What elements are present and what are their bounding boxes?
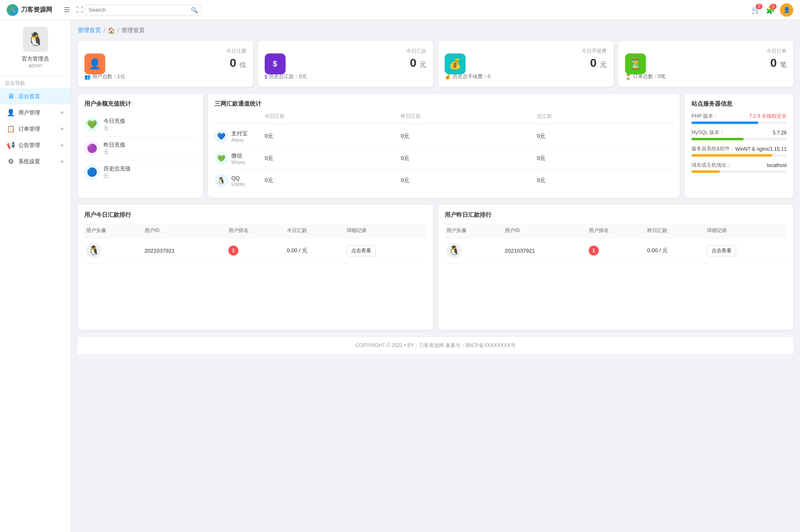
table-row: 🐧 2021037921 1 0.00 / 元 点击查看	[445, 238, 787, 263]
nav-section-label: 后台导航	[0, 76, 71, 89]
user-role: admin	[28, 63, 42, 68]
wechat-icon: 💚	[215, 152, 228, 165]
row-userid-yesterday: 2021037921	[503, 238, 587, 263]
recharge-history-icon: 🔵	[84, 165, 99, 180]
today-ranking-card: 用户今日汇款排行 用户头像 用户ID 用户排名 今日汇款 详细记录	[78, 205, 433, 330]
sidebar-user-area: 🐧 官方管理员 admin	[0, 20, 71, 76]
recharge-today-icon: 💚	[84, 117, 99, 132]
recharge-yesterday-icon: 🟣	[84, 141, 99, 156]
stat-footer-register: 👥 用户总数：1位	[84, 73, 246, 80]
alipay-icon: 💙	[215, 129, 228, 143]
today-ranking-title: 用户今日汇款排行	[84, 211, 426, 219]
fullscreen-button[interactable]: ⛶	[75, 5, 85, 15]
footer: COPYRIGHT © 2021 • BY：刀客资源网 备案号：陕ICP备XXX…	[78, 337, 793, 354]
remittance-footer-icon: $	[265, 74, 268, 80]
register-footer-icon: 👥	[84, 74, 91, 80]
fee-icon: 💰	[445, 53, 466, 74]
col-avatar-yesterday: 用户头像	[445, 224, 503, 238]
stat-value-fee: 0 元	[445, 56, 607, 70]
channel-row-wechat: 💚 微信 Wxpay 0元 0元 0元	[215, 147, 673, 170]
user-name: 官方管理员	[22, 55, 49, 63]
col-detail-yesterday: 详细记录	[705, 224, 787, 238]
sidebar-item-users[interactable]: 👤 用户管理 +	[0, 104, 71, 121]
announcements-icon: 📢	[7, 141, 15, 149]
server-os: 服务器系统&软件： WinNT & nginx/1.15.11	[691, 145, 787, 157]
register-icon: 👤	[84, 53, 105, 74]
col-userid-today: 用户ID	[143, 224, 227, 238]
stat-card-remittance: 今日汇款 0 元 $ $ 历史总汇款：0元	[258, 41, 433, 87]
server-info-card: 站点服务器信息 PHP 版本： 7.2.9 非线程安全	[685, 94, 793, 198]
puzzle-button[interactable]: 🧩 0	[766, 5, 775, 15]
fee-footer-icon: 💰	[445, 74, 451, 80]
col-avatar-today: 用户头像	[84, 224, 143, 238]
remittance-icon: $	[265, 53, 286, 74]
stat-label-register: 今日注册	[84, 48, 246, 55]
user-avatar: 🐧	[23, 27, 48, 52]
stat-footer-orders: ⏳ 订单总数：0笔	[625, 73, 787, 80]
orders-stat-icon: ⏳	[625, 53, 646, 74]
stat-label-orders: 今日订单	[625, 48, 787, 55]
puzzle-badge: 0	[770, 4, 777, 9]
users-icon: 👤	[7, 109, 15, 117]
sidebar-item-orders[interactable]: 📋 订单管理 +	[0, 121, 71, 137]
recharge-item-yesterday: 🟣 昨日充值 元	[84, 137, 196, 160]
breadcrumb-home-text[interactable]: 管理首页	[78, 27, 101, 34]
server-domain: 域名或主机地址： localhost	[691, 162, 787, 173]
search-icon: 🔍	[191, 7, 198, 13]
stat-card-register: 今日注册 0 位 👤 👥 用户总数：1位	[78, 41, 253, 87]
orders-footer-icon: ⏳	[625, 74, 631, 80]
orders-expand-icon: +	[60, 125, 64, 133]
row-amount-yesterday: 0.00 / 元	[646, 238, 705, 263]
stat-card-fee: 今日手续费 0 元 💰 💰 历史总手续费：0	[438, 41, 613, 87]
row-amount-today: 0.00 / 元	[285, 238, 345, 263]
orders-icon: 📋	[7, 125, 15, 133]
search-box: 🔍	[85, 5, 202, 15]
top-right: 🛒 0 🧩 0 👤	[752, 3, 793, 17]
row-view-btn-today[interactable]: 点击查看	[347, 245, 376, 256]
col-amount-yesterday: 昨日汇款	[646, 224, 705, 238]
sidebar-item-settings[interactable]: ⚙ 系统设置 +	[0, 153, 71, 170]
notification-button[interactable]: 🛒 0	[752, 5, 761, 15]
breadcrumb-home-icon[interactable]: 🏠	[108, 27, 115, 34]
sidebar: 🐧 官方管理员 admin 后台导航 🖥 后台首页 👤 用户管理 +	[0, 20, 71, 532]
announcements-expand-icon: +	[60, 142, 64, 149]
col-userid-yesterday: 用户ID	[503, 224, 587, 238]
content-area: 管理首页 / 🏠 / 管理首页 今日注册 0 位 👤 👥 用户总数：1位	[71, 20, 800, 532]
yesterday-ranking-table: 用户头像 用户ID 用户排名 昨日汇款 详细记录 🐧	[445, 224, 787, 263]
footer-text: COPYRIGHT © 2021 • BY：刀客资源网 备案号：陕ICP备XXX…	[355, 342, 516, 348]
main-layout: 🐧 官方管理员 admin 后台导航 🖥 后台首页 👤 用户管理 +	[0, 20, 800, 532]
payment-channels-card: 三网汇款通道统计 今日汇款 昨日汇款 总汇款 💙 支付宝 Ali	[208, 94, 680, 198]
recharge-item-history: 🔵 历史总充值 元	[84, 160, 196, 184]
stat-value-orders: 0 笔	[625, 56, 787, 70]
search-input[interactable]	[89, 7, 188, 13]
stat-card-orders: 今日订单 0 笔 ⏳ ⏳ 订单总数：0笔	[618, 41, 794, 87]
breadcrumb: 管理首页 / 🏠 / 管理首页	[78, 27, 793, 34]
channel-row-qq: 🐧 QQ Qqpay 0元 0元 0元	[215, 170, 673, 191]
row-avatar-yesterday: 🐧	[446, 243, 461, 258]
recharge-stats-card: 用户余额充值统计 💚 今日充值 元 🟣	[78, 94, 203, 198]
yesterday-ranking-title: 用户昨日汇款排行	[445, 211, 787, 219]
dashboard-icon: 🖥	[7, 93, 15, 100]
server-mysql: MySQL 版本： 5.7.26	[691, 129, 787, 140]
stat-value-register: 0 位	[84, 56, 246, 70]
user-avatar-button[interactable]: 👤	[780, 3, 793, 17]
sidebar-item-dashboard[interactable]: 🖥 后台首页	[0, 89, 71, 104]
row-userid-today: 2021037921	[143, 238, 227, 263]
top-icons: ☰ ⛶	[62, 4, 85, 15]
settings-expand-icon: +	[60, 158, 64, 165]
col-rank-today: 用户排名	[227, 224, 285, 238]
server-php: PHP 版本： 7.2.9 非线程安全	[691, 113, 787, 124]
channel-row-alipay: 💙 支付宝 Alipay 0元 0元 0元	[215, 125, 673, 147]
stat-footer-fee: 💰 历史总手续费：0	[445, 73, 607, 80]
notification-badge: 0	[756, 4, 762, 9]
qq-icon: 🐧	[215, 174, 228, 187]
table-row: 🐧 2021037921 1 0.00 / 元 点击查看	[84, 238, 426, 263]
breadcrumb-current: 管理首页	[122, 27, 145, 34]
col-amount-today: 今日汇款	[285, 224, 345, 238]
sidebar-item-announcements[interactable]: 📢 公告管理 +	[0, 137, 71, 153]
row-view-btn-yesterday[interactable]: 点击查看	[707, 245, 736, 256]
menu-toggle-button[interactable]: ☰	[62, 4, 71, 15]
bottom-row: 用户今日汇款排行 用户头像 用户ID 用户排名 今日汇款 详细记录	[78, 205, 793, 330]
logo-area: 🔧 刀客资源网	[7, 4, 52, 16]
middle-row: 用户余额充值统计 💚 今日充值 元 🟣	[78, 94, 793, 198]
